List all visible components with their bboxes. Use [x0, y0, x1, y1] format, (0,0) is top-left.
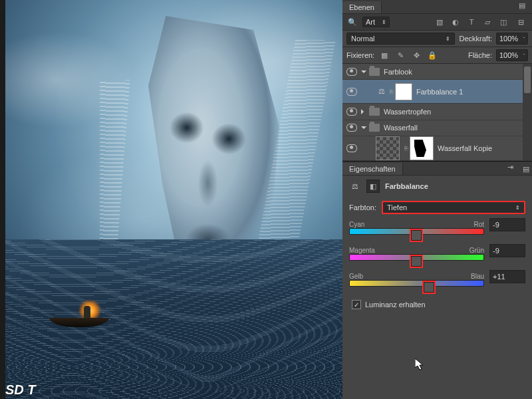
preserve-luminosity-checkbox[interactable]: ✓ Luminanz erhalten [342, 296, 532, 313]
filter-type-icon[interactable]: T [466, 16, 477, 28]
eye-icon [346, 108, 357, 116]
opacity-field[interactable]: 100% ˇ [496, 33, 528, 45]
layer-name: Farbbalance 1 [416, 88, 463, 96]
watermark-text: SD T [5, 382, 36, 398]
lock-brush-icon[interactable]: ✎ [394, 49, 406, 61]
layer-list[interactable]: Farblook ⚖ ⎘ Farbbalance 1 Wassertropfen [342, 64, 532, 162]
visibility-toggle[interactable] [342, 68, 361, 76]
folder-icon [369, 68, 380, 76]
tone-value: Tiefen [387, 203, 407, 211]
eye-icon [346, 124, 357, 132]
slider-thumb[interactable] [424, 282, 434, 293]
slider-yellow-blue: Gelb Blau +11 [342, 270, 532, 296]
properties-tabbar: Eigenschaften ⇥ ▤ [342, 162, 532, 176]
filter-adjust-icon[interactable]: ◐ [450, 16, 462, 28]
disclosure-triangle[interactable] [361, 70, 366, 76]
chevron-updown-icon: ⇕ [446, 36, 450, 42]
slider-value-field[interactable]: -9 [489, 218, 525, 231]
lock-position-icon[interactable]: ✥ [410, 49, 422, 61]
slider-thumb[interactable] [411, 256, 422, 267]
mask-thumb[interactable] [410, 136, 434, 160]
tone-label: Farbton: [349, 203, 376, 211]
filter-smart-icon[interactable]: ◫ [497, 16, 509, 28]
layers-tabbar: Ebenen ▤ [342, 0, 532, 14]
balance-icon: ⚖ [349, 180, 361, 192]
slider-right-label: Rot [473, 221, 484, 228]
eye-icon [346, 144, 357, 152]
panel-menu-icon[interactable]: ▤ [512, 0, 532, 13]
snap-icon[interactable]: ⇥ [500, 159, 520, 175]
mask-thumb[interactable] [395, 83, 412, 100]
right-panels: Ebenen ▤ 🔍 Art ⇕ ▧ ◐ T ▱ ◫ ⊟ Normal ⇕ De… [342, 0, 532, 399]
preserve-luminosity-label: Luminanz erhalten [365, 301, 426, 309]
slider-left-label: Cyan [349, 221, 364, 228]
chevron-updown-icon: ⇕ [515, 205, 520, 211]
eye-icon [346, 88, 357, 96]
lock-pixels-icon[interactable]: ▩ [378, 49, 390, 61]
tone-dropdown[interactable]: Tiefen ⇕ [382, 201, 525, 214]
blend-mode-dropdown[interactable]: Normal ⇕ [346, 33, 455, 45]
document-canvas[interactable]: SD T [0, 0, 342, 399]
lock-label: Fixieren: [346, 51, 374, 59]
visibility-toggle[interactable] [342, 88, 361, 96]
chevron-updown-icon: ⇕ [382, 19, 386, 25]
filter-image-icon[interactable]: ▧ [434, 16, 446, 28]
slider-cyan-red: Cyan Rot -9 [342, 218, 532, 244]
fill-label: Fläche: [468, 51, 492, 59]
artwork: SD T [5, 0, 342, 399]
blend-opacity-row: Normal ⇕ Deckkraft: 100% ˇ [342, 31, 532, 47]
slider-right-label: Grün [469, 247, 484, 254]
layer-group-wassertropfen[interactable]: Wassertropfen [342, 104, 532, 120]
checkbox-icon: ✓ [352, 300, 361, 309]
filter-shape-icon[interactable]: ▱ [481, 16, 493, 28]
disclosure-triangle[interactable] [361, 109, 366, 114]
layer-name: Wasserfall [384, 124, 418, 132]
slider-value-field[interactable]: +11 [489, 270, 525, 283]
slider-thumb[interactable] [411, 230, 422, 241]
folder-icon [369, 124, 380, 132]
layer-name: Wassertropfen [384, 108, 431, 116]
layer-wasserfall-kopie[interactable]: ⎘ Wasserfall Kopie [342, 136, 532, 161]
layers-scrollbar[interactable] [523, 64, 532, 161]
fill-value: 100% [499, 51, 518, 59]
folder-icon [369, 108, 380, 116]
fill-field[interactable]: 100% ˇ [496, 49, 528, 61]
slider-right-label: Blau [471, 273, 484, 280]
search-icon: 🔍 [346, 16, 358, 28]
visibility-toggle[interactable] [342, 144, 361, 152]
blend-mode-value: Normal [351, 35, 374, 43]
layer-farbbalance-1[interactable]: ⚖ ⎘ Farbbalance 1 [342, 80, 532, 104]
panel-menu-icon[interactable]: ▤ [520, 163, 532, 175]
opacity-value: 100% [499, 35, 518, 43]
link-icon: ⎘ [404, 145, 408, 152]
layer-filter-dropdown[interactable]: Art ⇕ [362, 17, 390, 27]
tab-layers[interactable]: Ebenen [342, 1, 382, 13]
chevron-down-icon: ˇ [523, 53, 525, 58]
visibility-toggle[interactable] [342, 124, 361, 132]
slider-magenta-green: Magenta Grün -9 [342, 244, 532, 270]
link-icon: ⎘ [390, 88, 393, 95]
eye-icon [346, 68, 357, 76]
slider-left-label: Gelb [349, 273, 363, 280]
layer-group-farblook[interactable]: Farblook [342, 64, 532, 80]
layer-name: Farblook [384, 68, 412, 76]
layer-filter-row: 🔍 Art ⇕ ▧ ◐ T ▱ ◫ ⊟ [342, 14, 532, 31]
layer-filter-label: Art [366, 18, 375, 26]
chevron-down-icon: ˇ [523, 37, 525, 41]
layer-group-wasserfall[interactable]: Wasserfall [342, 120, 532, 136]
filter-toggle-icon[interactable]: ⊟ [513, 16, 528, 28]
tab-properties[interactable]: Eigenschaften [342, 163, 403, 175]
visibility-toggle[interactable] [342, 108, 361, 116]
layer-thumb[interactable] [376, 136, 400, 160]
layer-name: Wasserfall Kopie [438, 144, 492, 152]
mask-mode-icon[interactable]: ◧ [366, 180, 380, 193]
lock-fill-row: Fixieren: ▩ ✎ ✥ 🔒 Fläche: 100% ˇ [342, 47, 532, 64]
properties-panel: ⚖ ◧ Farbbalance Farbton: Tiefen ⇕ Cyan R… [342, 176, 532, 399]
slider-value-field[interactable]: -9 [489, 244, 525, 257]
disclosure-triangle[interactable] [361, 126, 366, 132]
slider-left-label: Magenta [349, 247, 375, 254]
lock-all-icon[interactable]: 🔒 [426, 49, 438, 61]
balance-icon: ⚖ [376, 86, 388, 98]
opacity-label: Deckkraft: [459, 35, 492, 43]
slider-track[interactable] [349, 280, 484, 287]
